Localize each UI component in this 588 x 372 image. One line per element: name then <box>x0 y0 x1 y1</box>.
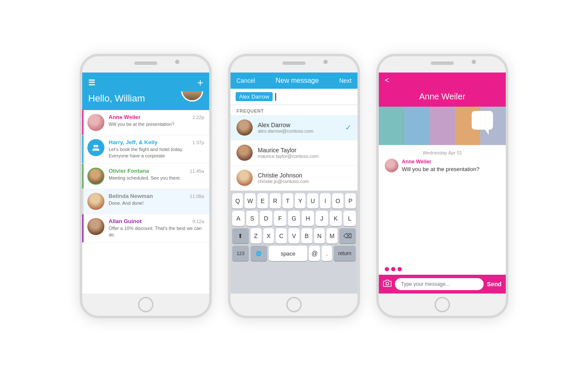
key-d[interactable]: D <box>260 211 272 226</box>
item-accent <box>82 135 84 163</box>
message-preview: Meeting scheduled. See you there. <box>109 175 204 181</box>
inbox-item[interactable]: Harry, Jeff, & Kelly 1:37p Let's book th… <box>82 135 209 164</box>
key-b[interactable]: B <box>301 228 312 244</box>
key-q[interactable]: Q <box>232 193 243 209</box>
camera-icon[interactable] <box>383 279 392 290</box>
chat-bubble-decoration <box>472 111 493 130</box>
shift-key[interactable]: ⬆ <box>232 228 249 244</box>
svg-point-2 <box>386 282 389 285</box>
key-l[interactable]: L <box>343 211 356 226</box>
avatar-face <box>182 91 202 100</box>
key-w[interactable]: W <box>245 193 255 209</box>
home-button-3[interactable] <box>435 297 450 312</box>
christie-avatar <box>236 170 253 186</box>
inbox-item[interactable]: Anne Weiler 2:22p Will you be at the pre… <box>82 110 209 135</box>
key-at[interactable]: @ <box>309 246 320 261</box>
contact-item-alex[interactable]: Alex Darrow alex.darrow@contoso.com ✓ <box>231 115 357 140</box>
keyboard-row-1: Q W E R T Y U I O P <box>232 193 356 209</box>
color-block-2 <box>404 107 430 145</box>
contact-info: Christie Johnson christie.jo@contoso.com <box>258 172 352 184</box>
svg-point-1 <box>96 145 98 148</box>
newmsg-to-bar: Alex Darrow <box>231 89 357 105</box>
item-accent <box>82 110 84 135</box>
key-r[interactable]: R <box>270 193 280 209</box>
key-h[interactable]: H <box>302 211 314 226</box>
key-123[interactable]: 123 <box>232 246 249 261</box>
key-p[interactable]: P <box>345 193 356 209</box>
typing-indicator <box>379 264 506 275</box>
back-button[interactable]: < <box>385 76 389 85</box>
key-e[interactable]: E <box>257 193 268 209</box>
phone2-top-bar <box>231 56 357 73</box>
inbox-item[interactable]: Belinda Newman 11:08a Done. And done! <box>82 189 209 214</box>
key-globe[interactable]: 🌐 <box>251 246 267 261</box>
key-i[interactable]: I <box>320 193 331 209</box>
next-button[interactable]: Next <box>339 77 352 84</box>
key-f[interactable]: F <box>274 211 286 226</box>
item-accent <box>82 189 84 214</box>
key-n[interactable]: N <box>314 228 325 244</box>
item-content: Belinda Newman 11:08a Done. And done! <box>109 193 204 206</box>
phone2-screen: Cancel New message Next Alex Darrow FREQ… <box>231 73 357 294</box>
cancel-button[interactable]: Cancel <box>236 77 255 84</box>
chat-date: Wednesday Apr 01 <box>385 150 500 155</box>
key-c[interactable]: C <box>276 228 287 244</box>
chat-color-blocks <box>379 107 506 145</box>
contact-item-maurice[interactable]: Maurice Taylor maurice.taylor@contoso.co… <box>231 140 357 166</box>
typing-dot-1 <box>385 267 389 271</box>
chat-contact-name: Anne Weiler <box>379 88 506 107</box>
message-preview: Let's book the flight and hotel today. E… <box>109 146 204 160</box>
key-dot[interactable]: . <box>322 246 332 261</box>
keyboard-row-4: 123 🌐 space @ . return <box>232 246 356 261</box>
contact-email: maurice.taylor@contoso.com <box>258 154 352 159</box>
key-a[interactable]: A <box>232 211 245 226</box>
key-k[interactable]: K <box>330 211 342 226</box>
phone1-bottom-bar <box>82 294 209 316</box>
sender-name: Harry, Jeff, & Kelly <box>109 139 158 145</box>
item-header: Allan Guinot 9:12a <box>109 218 204 224</box>
chat-header: < Anne Weiler <box>379 73 506 145</box>
keyboard: Q W E R T Y U I O P A S D F G H <box>231 191 357 294</box>
sender-name: Allan Guinot <box>109 218 141 224</box>
phone3-top-bar <box>379 56 506 73</box>
key-u[interactable]: U <box>307 193 318 209</box>
send-button[interactable]: Send <box>487 281 502 288</box>
contact-item-christie[interactable]: Christie Johnson christie.jo@contoso.com <box>231 166 357 191</box>
key-v[interactable]: V <box>288 228 300 244</box>
phone-3-chat: < Anne Weiler Wednesday Apr 01 <box>376 54 508 318</box>
add-icon[interactable]: + <box>197 77 203 89</box>
svg-point-0 <box>94 145 96 148</box>
key-x[interactable]: X <box>263 228 274 244</box>
inbox-item[interactable]: Allan Guinot 9:12a Offer a 10% discount.… <box>82 214 209 243</box>
return-key[interactable]: return <box>334 246 356 261</box>
recipient-chip[interactable]: Alex Darrow <box>236 92 273 101</box>
home-button-2[interactable] <box>286 297 302 312</box>
anne-avatar <box>87 114 104 131</box>
home-button[interactable] <box>138 297 153 312</box>
phone-1-inbox: ☰ + Hello, William <box>80 54 212 318</box>
key-space[interactable]: space <box>269 246 308 261</box>
chat-input-bar: Send <box>379 275 506 294</box>
phone1-speaker <box>134 61 157 65</box>
typing-dot-2 <box>391 267 395 271</box>
sender-name: Belinda Newman <box>109 193 153 199</box>
key-z[interactable]: Z <box>251 228 262 244</box>
color-block-3 <box>429 107 455 145</box>
key-m[interactable]: M <box>326 228 337 244</box>
belinda-avatar <box>87 193 104 210</box>
frequent-label: FREQUENT <box>231 105 357 115</box>
key-y[interactable]: Y <box>295 193 306 209</box>
delete-key[interactable]: ⌫ <box>339 228 356 244</box>
menu-icon[interactable]: ☰ <box>88 78 95 87</box>
chat-message-input[interactable] <box>395 278 484 290</box>
contact-info: Maurice Taylor maurice.taylor@contoso.co… <box>258 147 352 159</box>
chat-header-top: < <box>379 73 506 88</box>
phone2-camera <box>323 60 328 64</box>
key-g[interactable]: G <box>288 211 300 226</box>
key-j[interactable]: J <box>316 211 328 226</box>
inbox-item[interactable]: Olivier Fontana 11:45a Meeting scheduled… <box>82 164 209 189</box>
key-t[interactable]: T <box>282 193 293 209</box>
chat-body: Wednesday Apr 01 Anne Weiler Will you be… <box>379 145 506 294</box>
key-o[interactable]: O <box>332 193 343 209</box>
key-s[interactable]: S <box>246 211 259 226</box>
